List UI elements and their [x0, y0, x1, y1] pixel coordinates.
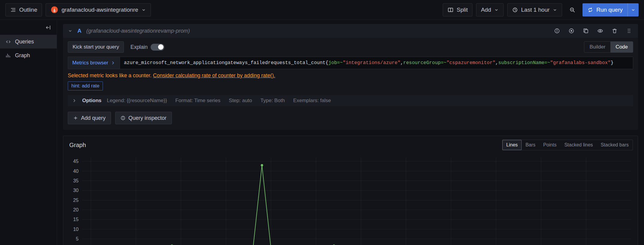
outline-icon — [10, 7, 16, 13]
query-token-punct: , — [496, 60, 499, 66]
query-token-string: "integrations/azure" — [343, 60, 400, 66]
query-row-header[interactable]: A (grafanacloud-awsintegrationrevamp-pro… — [63, 24, 638, 38]
query-input-row: Metrics browser azure_microsoft_network_… — [68, 57, 633, 69]
graph-style-bars[interactable]: Bars — [522, 140, 539, 150]
split-icon — [448, 7, 454, 13]
run-query-caret-button[interactable] — [628, 3, 639, 16]
query-row-actions — [553, 27, 633, 35]
zoom-out-button[interactable] — [566, 3, 579, 16]
graph-style-stacked-lines[interactable]: Stacked lines — [560, 140, 597, 150]
eye-icon — [597, 28, 603, 34]
query-inspector-button[interactable]: Query inspector — [115, 112, 172, 124]
run-query-button[interactable]: Run query — [583, 3, 628, 16]
query-actions-row: Add query Query inspector — [68, 112, 633, 124]
graph-style-lines[interactable]: Lines — [502, 140, 522, 150]
query-token-label: subscriptionName — [498, 60, 544, 66]
options-exemplars: Exemplars: false — [293, 98, 331, 104]
toggle-query-visibility-button[interactable] — [596, 27, 604, 35]
run-query-label: Run query — [596, 7, 623, 13]
sync-icon — [587, 7, 593, 13]
split-label: Split — [457, 7, 468, 13]
toolbar-right: Split Add Last 1 hour Run query — [443, 3, 639, 16]
chevron-down-icon — [631, 7, 636, 12]
query-token-op: =~ — [441, 60, 446, 66]
remove-query-button[interactable] — [610, 27, 619, 35]
svg-text:30: 30 — [73, 187, 79, 193]
query-token-string: "cspazuremonitor" — [446, 60, 495, 66]
code-icon — [5, 39, 11, 45]
options-format: Format: Time series — [175, 98, 220, 104]
collapse-pane-button[interactable] — [44, 23, 52, 32]
time-range-label: Last 1 hour — [521, 7, 550, 13]
sidebar-item-graph[interactable]: Graph — [0, 49, 57, 62]
content-layout: Queries Graph A (grafanacloud-awsintegra… — [0, 20, 644, 245]
datasource-name: grafanacloud-awsintegrationre — [61, 7, 138, 13]
promql-query-input[interactable]: azure_microsoft_network_applicationgatew… — [120, 57, 633, 69]
record-circle-icon — [568, 28, 574, 34]
add-query-label: Add query — [81, 115, 106, 121]
options-collapsed-row[interactable]: Options Legend: {{resourceName}} Format:… — [68, 95, 633, 106]
query-row-body: Kick start your query Explain Builder Co… — [63, 38, 638, 130]
builder-mode-button[interactable]: Builder — [584, 42, 610, 52]
info-circle-icon — [121, 116, 125, 120]
time-range-picker[interactable]: Last 1 hour — [507, 3, 562, 16]
chevron-right-icon — [72, 98, 77, 103]
copy-query-button[interactable] — [582, 27, 590, 35]
copy-icon — [583, 28, 589, 34]
add-button[interactable]: Add — [476, 3, 504, 16]
svg-text:5: 5 — [76, 236, 79, 241]
main-content: A (grafanacloud-awsintegrationrevamp-pro… — [57, 20, 644, 245]
query-editor-panel: A (grafanacloud-awsintegrationrevamp-pro… — [63, 24, 638, 130]
query-info-button[interactable] — [553, 27, 561, 35]
code-mode-button[interactable]: Code — [610, 42, 633, 52]
collapse-pane-icon — [45, 25, 51, 31]
info-circle-icon — [554, 28, 560, 34]
sidebar-collapse-row — [0, 21, 57, 35]
options-step: Step: auto — [229, 98, 252, 104]
query-record-button[interactable] — [567, 27, 576, 35]
clock-icon — [512, 7, 518, 13]
time-series-chart[interactable]: 05101520253035404512:0012:0512:1012:1512… — [68, 153, 633, 245]
sidebar: Queries Graph — [0, 20, 57, 245]
graph-panel: Graph Lines Bars Points Stacked lines St… — [63, 136, 638, 245]
grafana-explore-page: { "topbar": { "outline_label": "Outline"… — [0, 0, 644, 245]
options-legend: Legend: {{resourceName}} — [107, 98, 167, 104]
add-query-button[interactable]: Add query — [68, 112, 111, 124]
zoom-out-icon — [569, 7, 575, 13]
query-token-label: resourceGroup — [403, 60, 441, 66]
sidebar-item-label: Graph — [15, 52, 30, 59]
query-token-op: =~ — [544, 60, 550, 66]
graph-panel-header: Graph Lines Bars Points Stacked lines St… — [68, 140, 633, 150]
datasource-picker[interactable]: grafanacloud-awsintegrationre — [46, 3, 151, 16]
explain-toggle[interactable] — [151, 44, 164, 51]
counter-warning: Selected metric looks like a counter. Co… — [68, 72, 633, 79]
run-query-split-button: Run query — [583, 3, 639, 16]
query-ref-id[interactable]: A — [77, 28, 82, 34]
add-label: Add — [481, 7, 491, 13]
warning-text: Selected metric looks like a counter. — [68, 72, 151, 78]
svg-text:45: 45 — [73, 158, 79, 164]
kick-start-query-button[interactable]: Kick start your query — [68, 41, 124, 53]
graph-style-group: Lines Bars Points Stacked lines Stacked … — [502, 140, 633, 150]
kick-start-label: Kick start your query — [73, 44, 119, 50]
toggle-knob — [158, 44, 163, 50]
svg-text:25: 25 — [73, 197, 79, 203]
sidebar-item-queries[interactable]: Queries — [0, 35, 57, 49]
drag-query-handle[interactable] — [625, 27, 633, 35]
split-button[interactable]: Split — [443, 3, 472, 16]
options-type: Type: Both — [260, 98, 285, 104]
chevron-down-icon — [553, 7, 557, 12]
svg-text:20: 20 — [73, 207, 79, 212]
graph-style-points[interactable]: Points — [539, 140, 560, 150]
collapse-query-chevron-icon[interactable] — [68, 28, 73, 33]
sidebar-item-label: Queries — [15, 39, 34, 45]
query-token-punct: , — [400, 60, 403, 66]
graph-style-stacked-bars[interactable]: Stacked bars — [597, 140, 633, 150]
metrics-browser-button[interactable]: Metrics browser — [68, 57, 120, 69]
outline-button[interactable]: Outline — [5, 3, 42, 16]
query-token-metric: azure_microsoft_network_applicationgatew… — [124, 60, 325, 66]
editor-mode-group: Builder Code — [584, 41, 633, 53]
hint-add-rate-button[interactable]: hint: add rate — [68, 81, 103, 90]
rate-suggestion-link[interactable]: Consider calculating rate of counter by … — [153, 72, 275, 78]
drag-handle-icon — [626, 28, 632, 34]
